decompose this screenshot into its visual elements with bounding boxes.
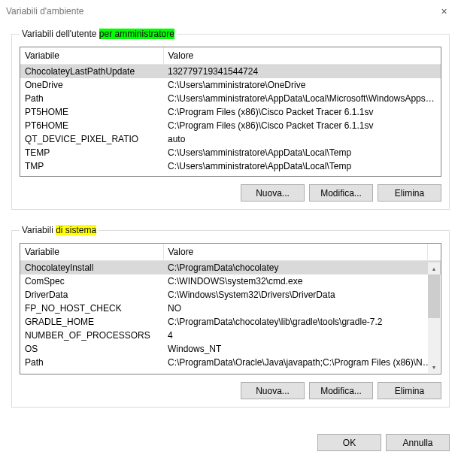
ok-button[interactable]: OK bbox=[317, 434, 381, 451]
cell-value: 132779719341544724 bbox=[163, 65, 441, 79]
system-vars-table[interactable]: Variabile Valore ChocolateyInstallC:\Pro… bbox=[20, 244, 441, 369]
sys-legend-highlight: di sistema bbox=[56, 225, 96, 235]
cell-variable: NUMBER_OF_PROCESSORS bbox=[20, 329, 163, 342]
user-legend-prefix: Variabili dell'utente bbox=[22, 29, 99, 39]
table-row[interactable]: NUMBER_OF_PROCESSORS4 bbox=[20, 329, 441, 342]
system-button-row: Nuova... Modifica... Elimina bbox=[20, 382, 441, 399]
user-button-row: Nuova... Modifica... Elimina bbox=[20, 184, 441, 202]
system-scrollbar[interactable]: ▴ ▾ bbox=[428, 262, 440, 373]
cell-variable: TEMP bbox=[20, 146, 163, 159]
cell-value: auto bbox=[163, 132, 441, 146]
cell-value: C:\WINDOWS\system32\cmd.exe bbox=[163, 274, 441, 288]
cell-value: C:\ProgramData\Oracle\Java\javapath;C:\P… bbox=[163, 356, 441, 369]
window-title: Variabili d'ambiente bbox=[6, 6, 83, 17]
user-new-button[interactable]: Nuova... bbox=[241, 184, 305, 202]
cell-variable: FP_NO_HOST_CHECK bbox=[20, 302, 163, 315]
system-new-button[interactable]: Nuova... bbox=[241, 382, 305, 399]
cell-variable: OneDrive bbox=[20, 78, 163, 92]
cell-variable: ChocolateyLastPathUpdate bbox=[20, 65, 163, 79]
cell-variable: QT_DEVICE_PIXEL_RATIO bbox=[20, 132, 163, 146]
titlebar: Variabili d'ambiente × bbox=[0, 0, 461, 23]
cell-value: C:\ProgramData\chocolatey\lib\gradle\too… bbox=[163, 315, 441, 329]
scroll-down-icon[interactable]: ▾ bbox=[428, 361, 440, 373]
table-row[interactable]: PathC:\Users\amministratore\AppData\Loca… bbox=[20, 92, 441, 105]
close-icon[interactable]: × bbox=[427, 0, 461, 23]
table-row[interactable]: ChocolateyInstallC:\ProgramData\chocolat… bbox=[20, 261, 441, 275]
cell-variable: Path bbox=[20, 356, 163, 369]
table-row[interactable]: DriverDataC:\Windows\System32\Drivers\Dr… bbox=[20, 288, 441, 302]
dialog-content: Variabili dell'utente per amministratore… bbox=[0, 23, 461, 434]
cell-value: C:\Users\amministratore\AppData\Local\Te… bbox=[163, 146, 441, 159]
cell-variable: Path bbox=[20, 92, 163, 105]
user-legend-highlight: per amministratore bbox=[99, 29, 174, 39]
user-col-variable[interactable]: Variabile bbox=[20, 47, 163, 65]
system-edit-button[interactable]: Modifica... bbox=[309, 382, 373, 399]
table-row[interactable]: ChocolateyLastPathUpdate1327797193415447… bbox=[20, 65, 441, 79]
cell-variable: PT5HOME bbox=[20, 105, 163, 119]
user-delete-button[interactable]: Elimina bbox=[378, 184, 441, 202]
table-row[interactable]: ComSpecC:\WINDOWS\system32\cmd.exe bbox=[20, 274, 441, 288]
table-row[interactable]: TMPC:\Users\amministratore\AppData\Local… bbox=[20, 159, 441, 173]
table-row[interactable]: TEMPC:\Users\amministratore\AppData\Loca… bbox=[20, 146, 441, 159]
user-vars-table[interactable]: Variabile Valore ChocolateyLastPathUpdat… bbox=[20, 47, 441, 173]
sys-col-scroll bbox=[427, 244, 441, 261]
cell-value: C:\Users\amministratore\OneDrive bbox=[163, 78, 441, 92]
scroll-thumb[interactable] bbox=[428, 274, 440, 318]
table-row[interactable]: PathC:\ProgramData\Oracle\Java\javapath;… bbox=[20, 356, 441, 369]
cell-variable: DriverData bbox=[20, 288, 163, 302]
table-row[interactable]: FP_NO_HOST_CHECKNO bbox=[20, 302, 441, 315]
user-edit-button[interactable]: Modifica... bbox=[309, 184, 373, 202]
table-row[interactable]: GRADLE_HOMEC:\ProgramData\chocolatey\lib… bbox=[20, 315, 441, 329]
cell-variable: ComSpec bbox=[20, 274, 163, 288]
cell-value: C:\Program Files (x86)\Cisco Packet Trac… bbox=[163, 119, 441, 132]
cell-value: C:\Users\amministratore\AppData\Local\Mi… bbox=[163, 92, 441, 105]
system-delete-button[interactable]: Elimina bbox=[378, 382, 441, 399]
cancel-button[interactable]: Annulla bbox=[386, 434, 450, 451]
cell-variable: ChocolateyInstall bbox=[20, 261, 163, 275]
cell-variable: PT6HOME bbox=[20, 119, 163, 132]
table-row[interactable]: OSWindows_NT bbox=[20, 342, 441, 356]
table-row[interactable]: QT_DEVICE_PIXEL_RATIOauto bbox=[20, 132, 441, 146]
cell-value: Windows_NT bbox=[163, 342, 441, 356]
cell-variable: GRADLE_HOME bbox=[20, 315, 163, 329]
table-row[interactable]: PT6HOMEC:\Program Files (x86)\Cisco Pack… bbox=[20, 119, 441, 132]
cell-value: C:\Users\amministratore\AppData\Local\Te… bbox=[163, 159, 441, 173]
sys-legend-prefix: Variabili bbox=[22, 225, 56, 235]
sys-col-variable[interactable]: Variabile bbox=[20, 244, 163, 261]
user-vars-table-wrap: Variabile Valore ChocolateyLastPathUpdat… bbox=[20, 47, 441, 177]
table-row[interactable]: PT5HOMEC:\Program Files (x86)\Cisco Pack… bbox=[20, 105, 441, 119]
user-col-value[interactable]: Valore bbox=[163, 47, 441, 65]
user-vars-legend: Variabili dell'utente per amministratore bbox=[20, 29, 177, 39]
cell-value: NO bbox=[163, 302, 441, 315]
cell-value: C:\ProgramData\chocolatey bbox=[163, 261, 441, 275]
scroll-up-icon[interactable]: ▴ bbox=[428, 262, 440, 274]
system-vars-group: Variabili di sistema Variabile Valore Ch… bbox=[11, 225, 450, 408]
system-vars-table-wrap: Variabile Valore ChocolateyInstallC:\Pro… bbox=[20, 243, 441, 374]
cell-variable: OS bbox=[20, 342, 163, 356]
system-vars-legend: Variabili di sistema bbox=[20, 225, 99, 235]
cell-value: C:\Program Files (x86)\Cisco Packet Trac… bbox=[163, 105, 441, 119]
cell-value: C:\Windows\System32\Drivers\DriverData bbox=[163, 288, 441, 302]
dialog-button-row: OK Annulla bbox=[0, 434, 461, 459]
cell-value: 4 bbox=[163, 329, 441, 342]
table-row[interactable]: OneDriveC:\Users\amministratore\OneDrive bbox=[20, 78, 441, 92]
sys-col-value[interactable]: Valore bbox=[163, 244, 427, 261]
user-vars-group: Variabili dell'utente per amministratore… bbox=[11, 29, 450, 210]
cell-variable: TMP bbox=[20, 159, 163, 173]
